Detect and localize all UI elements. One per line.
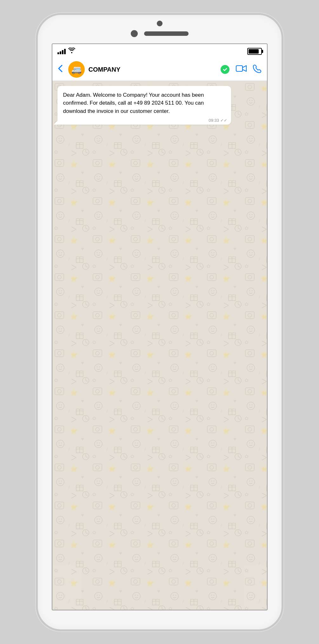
company-name: COMPANY [89, 66, 217, 73]
signal-bar-3 [62, 50, 63, 54]
status-bar [52, 44, 267, 59]
company-avatar: 🚐 [68, 61, 85, 78]
chat-header: 🚐 COMPANY [52, 59, 267, 81]
svg-rect-17 [52, 81, 267, 610]
message-bubble: Dear Adam. Welcome to Company! Your acco… [57, 86, 231, 125]
verified-badge-icon [221, 65, 229, 74]
back-button[interactable] [57, 64, 63, 75]
message-text: Dear Adam. Welcome to Company! Your acco… [63, 91, 225, 115]
message-read-icon: ✓✓ [220, 118, 227, 123]
signal-bar-4 [64, 49, 66, 54]
signal-bars-icon [57, 49, 66, 54]
message-time: 09:33 [209, 118, 219, 123]
svg-rect-0 [236, 66, 243, 71]
delivery-van-icon: 🚐 [71, 65, 82, 75]
battery-fill [249, 49, 259, 54]
message-meta: 09:33 ✓✓ [209, 118, 227, 123]
voice-call-icon[interactable] [253, 64, 262, 75]
phone-screen: 🚐 COMPANY [52, 43, 268, 610]
signal-bar-1 [57, 52, 59, 54]
speaker-dot [131, 30, 138, 37]
chat-messages: Dear Adam. Welcome to Company! Your acco… [52, 81, 267, 130]
chat-body: ⭐ ♥ ♪ [52, 81, 267, 610]
speaker-bar [144, 31, 189, 36]
camera-dot [157, 21, 163, 26]
phone-top [38, 15, 282, 37]
signal-bar-2 [60, 51, 61, 54]
battery-icon [247, 48, 262, 55]
wifi-icon [68, 48, 75, 55]
top-row [131, 30, 189, 37]
phone-frame: 🚐 COMPANY [36, 13, 283, 631]
chat-background: ⭐ ♥ ♪ [52, 81, 267, 610]
video-call-icon[interactable] [236, 65, 247, 75]
header-icons [236, 64, 262, 75]
status-left [57, 48, 75, 55]
